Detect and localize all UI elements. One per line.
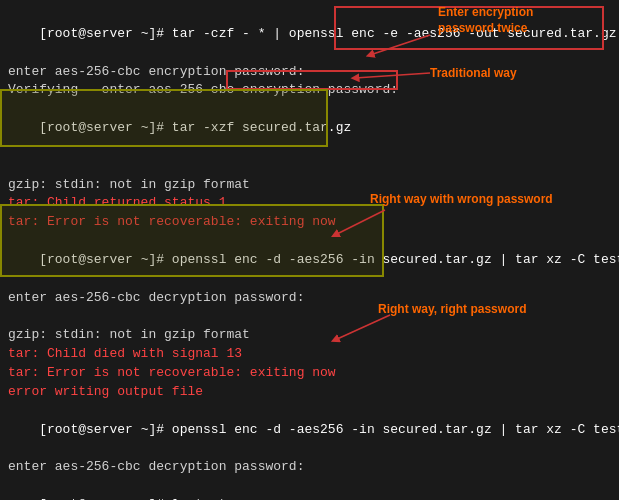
arrow-wrong-pwd <box>330 205 390 245</box>
line-13: tar: Child died with signal 13 <box>8 345 611 364</box>
line-14: tar: Error is not recoverable: exiting n… <box>8 364 611 383</box>
annotation-right-pwd: Right way, right password <box>378 302 526 318</box>
box-error1 <box>0 89 328 147</box>
line-16: [root@server ~]# openssl enc -d -aes256 … <box>8 402 611 459</box>
terminal: [root@server ~]# tar -czf - * | openssl … <box>0 0 619 500</box>
prompt-1: [root@server ~]# <box>39 26 172 41</box>
svg-line-0 <box>370 35 430 55</box>
box-error2 <box>0 204 384 277</box>
annotation-wrong-pwd: Right way with wrong password <box>370 192 553 208</box>
svg-line-3 <box>335 315 390 340</box>
line-15: error writing output file <box>8 383 611 402</box>
arrow-traditional <box>350 68 450 88</box>
arrow-enc <box>360 30 440 60</box>
line-18: [root@server ~]# ls test <box>8 477 611 500</box>
arrow-right-pwd <box>330 310 395 350</box>
line-12: gzip: stdin: not in gzip format <box>8 326 611 345</box>
svg-line-1 <box>355 73 430 78</box>
annotation-enc-password: Enter encryptionpassword twice <box>438 5 533 36</box>
line-blank1 <box>8 157 611 176</box>
cmd-16: openssl enc -d -aes256 -in secured.tar.g… <box>172 422 619 437</box>
svg-line-2 <box>335 210 385 235</box>
prompt-16: [root@server ~]# <box>39 422 172 437</box>
line-17: enter aes-256-cbc decryption password: <box>8 458 611 477</box>
